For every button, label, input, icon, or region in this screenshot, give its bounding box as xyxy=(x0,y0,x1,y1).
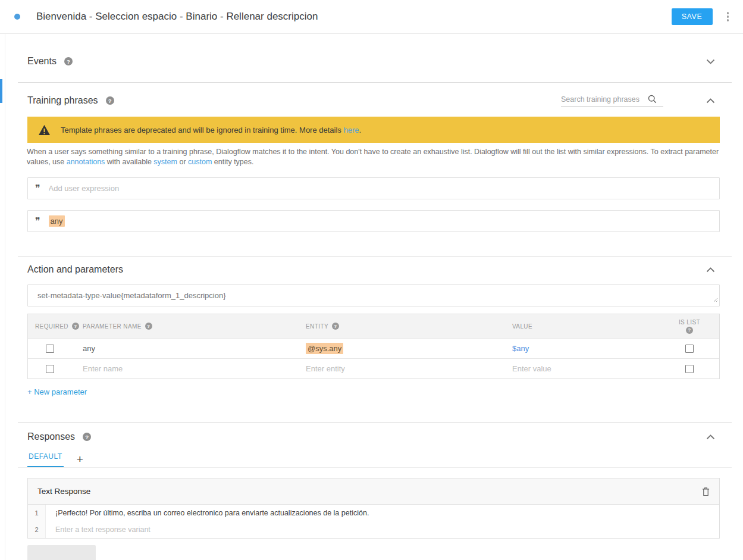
training-phrases-title: Training phrases xyxy=(27,95,98,106)
responses-help-icon[interactable]: ? xyxy=(83,433,91,441)
text-response-title: Text Response xyxy=(37,487,702,496)
save-button[interactable]: SAVE xyxy=(672,8,713,25)
parameter-name-value[interactable]: any xyxy=(83,344,95,353)
enter-entity-input[interactable] xyxy=(306,364,491,373)
system-entities-link[interactable]: system xyxy=(153,158,177,166)
annotated-phrase-any[interactable]: any xyxy=(49,215,65,227)
training-phrases-section: Training phrases ? Template phrases are … xyxy=(18,83,732,256)
training-phrases-help-icon[interactable]: ? xyxy=(106,96,114,105)
parameter-name-help-icon[interactable]: ? xyxy=(145,323,152,330)
events-title: Events xyxy=(27,56,57,67)
responses-collapse-chevron-up-icon[interactable] xyxy=(706,434,715,440)
enter-value-input[interactable] xyxy=(512,364,645,373)
parameter-value[interactable]: $any xyxy=(512,344,529,353)
response-variant-text[interactable]: ¡Perfecto! Por último, escriba un correo… xyxy=(46,509,719,517)
add-responses-button[interactable] xyxy=(27,545,96,560)
intent-title: Bienvenida - Seleccion espacio - Binario… xyxy=(36,11,672,23)
quote-icon: ❞ xyxy=(35,217,40,226)
response-variant-input[interactable] xyxy=(55,525,719,534)
row-number: 2 xyxy=(28,521,46,538)
custom-entities-link[interactable]: custom xyxy=(188,158,212,166)
response-variant-row: 1 ¡Perfecto! Por último, escriba un corr… xyxy=(28,505,719,521)
enter-name-input[interactable] xyxy=(83,364,284,373)
parameters-table-header: REQUIRED? PARAMETER NAME? ENTITY? VALUE … xyxy=(28,314,719,338)
deprecation-warning-banner: Template phrases are deprecated and will… xyxy=(27,117,720,143)
required-checkbox[interactable] xyxy=(46,345,54,353)
add-user-expression-row: ❞ xyxy=(27,177,720,199)
action-name-field xyxy=(27,284,720,306)
annotations-link[interactable]: annotations xyxy=(67,158,105,166)
responses-title: Responses xyxy=(27,431,75,442)
warning-here-link[interactable]: here xyxy=(343,126,359,134)
intent-header: Bienvenida - Seleccion espacio - Binario… xyxy=(0,0,743,34)
action-parameters-title: Action and parameters xyxy=(27,264,123,275)
is-list-checkbox[interactable] xyxy=(685,345,694,353)
col-header-entity: ENTITY xyxy=(306,323,328,330)
required-help-icon[interactable]: ? xyxy=(72,323,79,330)
action-collapse-chevron-up-icon[interactable] xyxy=(706,267,715,273)
search-icon[interactable] xyxy=(648,95,657,104)
new-parameter-link[interactable]: + New parameter xyxy=(27,387,87,396)
scrollbar-thumb[interactable] xyxy=(0,79,2,103)
is-list-checkbox[interactable] xyxy=(685,365,694,373)
training-description: When a user says something similar to a … xyxy=(27,147,720,167)
content-left-divider xyxy=(5,34,5,560)
col-header-parameter-name: PARAMETER NAME xyxy=(83,323,142,330)
row-number: 1 xyxy=(28,505,46,521)
add-tab-icon[interactable]: + xyxy=(77,453,83,467)
is-list-help-icon[interactable]: ? xyxy=(686,327,693,334)
training-search-input[interactable] xyxy=(561,95,648,104)
events-expand-chevron-down-icon[interactable] xyxy=(706,59,715,64)
tab-default[interactable]: DEFAULT xyxy=(27,452,64,467)
more-options-icon[interactable] xyxy=(725,10,732,24)
entity-help-icon[interactable]: ? xyxy=(332,323,339,330)
col-header-value: VALUE xyxy=(512,323,532,330)
response-tabs: DEFAULT + xyxy=(18,452,732,468)
intent-status-dot xyxy=(14,14,20,20)
action-parameters-section: Action and parameters REQUIRED? PARAMETE… xyxy=(18,256,732,423)
required-checkbox[interactable] xyxy=(46,365,54,373)
events-section: Events ? xyxy=(18,34,732,83)
text-response-card: Text Response 1 ¡Perfecto! Por último, e… xyxy=(27,478,720,539)
parameters-table: REQUIRED? PARAMETER NAME? ENTITY? VALUE … xyxy=(27,314,720,379)
warning-icon xyxy=(38,124,51,136)
training-search xyxy=(561,95,663,107)
training-phrase-row[interactable]: ❞ any xyxy=(27,210,720,232)
training-collapse-chevron-up-icon[interactable] xyxy=(706,98,715,104)
quote-icon: ❞ xyxy=(35,184,40,193)
parameter-row-empty xyxy=(28,358,719,378)
col-header-required: REQUIRED xyxy=(35,323,68,330)
entity-value[interactable]: @sys.any xyxy=(306,343,343,354)
response-variant-row: 2 xyxy=(28,521,719,538)
col-header-is-list: IS LIST xyxy=(679,319,700,326)
action-name-input[interactable] xyxy=(37,291,710,300)
add-user-expression-input[interactable] xyxy=(49,184,712,193)
parameter-row-any: any @sys.any $any xyxy=(28,338,719,358)
events-help-icon[interactable]: ? xyxy=(64,57,73,65)
resize-handle-icon[interactable] xyxy=(713,294,718,305)
delete-response-icon[interactable] xyxy=(702,487,710,496)
text-response-header: Text Response xyxy=(28,478,719,505)
responses-section: Responses ? DEFAULT + Text Response 1 ¡P… xyxy=(18,423,732,560)
warning-text: Template phrases are deprecated and will… xyxy=(61,126,343,134)
